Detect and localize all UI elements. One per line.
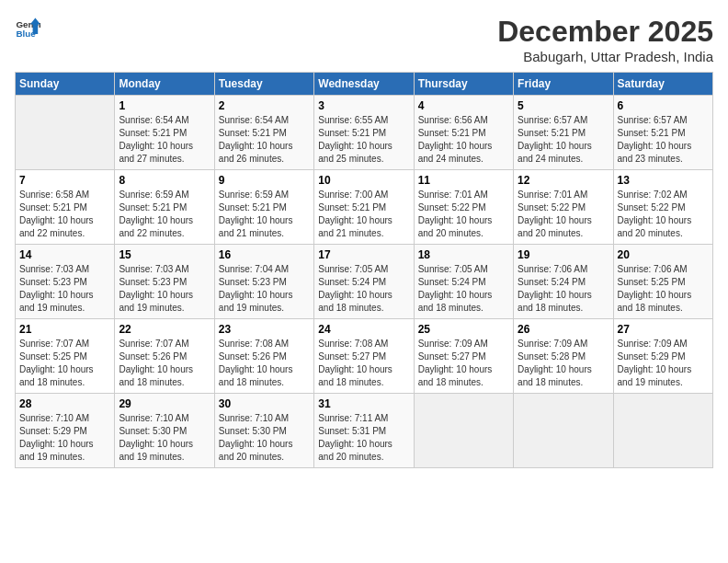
day-info: Sunrise: 7:09 AM Sunset: 5:29 PM Dayligh… [618,338,709,389]
day-info: Sunrise: 6:55 AM Sunset: 5:21 PM Dayligh… [318,114,409,166]
day-info: Sunrise: 7:02 AM Sunset: 5:22 PM Dayligh… [618,189,709,240]
day-info: Sunrise: 7:04 AM Sunset: 5:23 PM Dayligh… [219,263,310,315]
calendar-cell: 4Sunrise: 6:56 AM Sunset: 5:21 PM Daylig… [414,96,513,170]
calendar-cell: 14Sunrise: 7:03 AM Sunset: 5:23 PM Dayli… [16,245,115,319]
calendar-week-row: 1Sunrise: 6:54 AM Sunset: 5:21 PM Daylig… [16,96,713,170]
day-number: 7 [19,174,110,187]
day-number: 11 [418,174,509,187]
subtitle: Babugarh, Uttar Pradesh, India [497,49,713,64]
weekday-header-monday: Monday [115,73,214,96]
weekday-header-friday: Friday [514,73,613,96]
calendar-cell: 8Sunrise: 6:59 AM Sunset: 5:21 PM Daylig… [115,170,214,245]
day-number: 23 [219,323,310,336]
day-number: 27 [618,323,709,336]
weekday-header-wednesday: Wednesday [314,73,414,96]
calendar-cell: 29Sunrise: 7:10 AM Sunset: 5:30 PM Dayli… [115,394,214,468]
day-info: Sunrise: 7:05 AM Sunset: 5:24 PM Dayligh… [418,263,509,315]
calendar-cell: 26Sunrise: 7:09 AM Sunset: 5:28 PM Dayli… [514,319,613,394]
day-number: 2 [219,99,310,112]
day-number: 25 [418,323,509,336]
day-number: 6 [618,99,709,112]
day-number: 10 [318,174,409,187]
calendar-cell: 6Sunrise: 6:57 AM Sunset: 5:21 PM Daylig… [613,96,712,170]
page-header: General Blue December 2025 Babugarh, Utt… [15,15,713,64]
day-info: Sunrise: 7:03 AM Sunset: 5:23 PM Dayligh… [119,263,210,315]
calendar-cell: 12Sunrise: 7:01 AM Sunset: 5:22 PM Dayli… [514,170,613,245]
calendar-cell: 31Sunrise: 7:11 AM Sunset: 5:31 PM Dayli… [314,394,414,468]
calendar-cell: 23Sunrise: 7:08 AM Sunset: 5:26 PM Dayli… [214,319,313,394]
day-number: 1 [119,99,210,112]
calendar-cell [514,394,613,468]
calendar-table: SundayMondayTuesdayWednesdayThursdayFrid… [15,72,713,468]
day-number: 28 [19,397,110,410]
calendar-cell: 9Sunrise: 6:59 AM Sunset: 5:21 PM Daylig… [214,170,313,245]
calendar-cell: 18Sunrise: 7:05 AM Sunset: 5:24 PM Dayli… [414,245,513,319]
calendar-cell: 7Sunrise: 6:58 AM Sunset: 5:21 PM Daylig… [16,170,115,245]
calendar-cell [613,394,712,468]
calendar-cell: 5Sunrise: 6:57 AM Sunset: 5:21 PM Daylig… [514,96,613,170]
calendar-cell: 28Sunrise: 7:10 AM Sunset: 5:29 PM Dayli… [16,394,115,468]
calendar-cell: 17Sunrise: 7:05 AM Sunset: 5:24 PM Dayli… [314,245,414,319]
calendar-week-row: 7Sunrise: 6:58 AM Sunset: 5:21 PM Daylig… [16,170,713,245]
day-info: Sunrise: 7:06 AM Sunset: 5:24 PM Dayligh… [518,263,609,315]
day-number: 22 [119,323,210,336]
day-info: Sunrise: 7:11 AM Sunset: 5:31 PM Dayligh… [318,412,409,464]
calendar-cell: 30Sunrise: 7:10 AM Sunset: 5:30 PM Dayli… [214,394,313,468]
day-number: 18 [418,248,509,261]
day-number: 9 [219,174,310,187]
calendar-cell: 21Sunrise: 7:07 AM Sunset: 5:25 PM Dayli… [16,319,115,394]
main-title: December 2025 [497,15,713,49]
day-number: 29 [119,397,210,410]
calendar-cell: 13Sunrise: 7:02 AM Sunset: 5:22 PM Dayli… [613,170,712,245]
calendar-cell: 16Sunrise: 7:04 AM Sunset: 5:23 PM Dayli… [214,245,313,319]
calendar-cell: 10Sunrise: 7:00 AM Sunset: 5:21 PM Dayli… [314,170,414,245]
day-info: Sunrise: 7:03 AM Sunset: 5:23 PM Dayligh… [19,263,110,315]
title-area: December 2025 Babugarh, Uttar Pradesh, I… [497,15,713,64]
day-number: 31 [318,397,409,410]
calendar-cell: 11Sunrise: 7:01 AM Sunset: 5:22 PM Dayli… [414,170,513,245]
day-number: 4 [418,99,509,112]
day-number: 19 [518,248,609,261]
calendar-cell: 2Sunrise: 6:54 AM Sunset: 5:21 PM Daylig… [214,96,313,170]
day-number: 5 [518,99,609,112]
day-number: 21 [19,323,110,336]
calendar-cell: 15Sunrise: 7:03 AM Sunset: 5:23 PM Dayli… [115,245,214,319]
weekday-header-thursday: Thursday [414,73,513,96]
day-number: 24 [318,323,409,336]
logo-icon: General Blue [15,15,40,40]
weekday-header-saturday: Saturday [613,73,712,96]
calendar-cell: 24Sunrise: 7:08 AM Sunset: 5:27 PM Dayli… [314,319,414,394]
calendar-cell [414,394,513,468]
day-info: Sunrise: 7:05 AM Sunset: 5:24 PM Dayligh… [318,263,409,315]
day-number: 17 [318,248,409,261]
day-info: Sunrise: 6:59 AM Sunset: 5:21 PM Dayligh… [219,189,310,240]
weekday-header-tuesday: Tuesday [214,73,313,96]
day-info: Sunrise: 6:54 AM Sunset: 5:21 PM Dayligh… [119,114,210,166]
day-info: Sunrise: 6:54 AM Sunset: 5:21 PM Dayligh… [219,114,310,166]
day-number: 30 [219,397,310,410]
weekday-header-sunday: Sunday [16,73,115,96]
day-info: Sunrise: 6:57 AM Sunset: 5:21 PM Dayligh… [618,114,709,166]
calendar-week-row: 21Sunrise: 7:07 AM Sunset: 5:25 PM Dayli… [16,319,713,394]
day-info: Sunrise: 7:09 AM Sunset: 5:27 PM Dayligh… [418,338,509,389]
day-info: Sunrise: 7:10 AM Sunset: 5:30 PM Dayligh… [219,412,310,464]
day-info: Sunrise: 7:00 AM Sunset: 5:21 PM Dayligh… [318,189,409,240]
day-number: 14 [19,248,110,261]
calendar-cell [16,96,115,170]
day-number: 3 [318,99,409,112]
day-info: Sunrise: 7:07 AM Sunset: 5:25 PM Dayligh… [19,338,110,389]
calendar-cell: 1Sunrise: 6:54 AM Sunset: 5:21 PM Daylig… [115,96,214,170]
calendar-week-row: 28Sunrise: 7:10 AM Sunset: 5:29 PM Dayli… [16,394,713,468]
day-number: 20 [618,248,709,261]
day-info: Sunrise: 6:58 AM Sunset: 5:21 PM Dayligh… [19,189,110,240]
calendar-cell: 22Sunrise: 7:07 AM Sunset: 5:26 PM Dayli… [115,319,214,394]
day-number: 15 [119,248,210,261]
calendar-cell: 25Sunrise: 7:09 AM Sunset: 5:27 PM Dayli… [414,319,513,394]
weekday-header-row: SundayMondayTuesdayWednesdayThursdayFrid… [16,73,713,96]
calendar-cell: 3Sunrise: 6:55 AM Sunset: 5:21 PM Daylig… [314,96,414,170]
day-info: Sunrise: 7:01 AM Sunset: 5:22 PM Dayligh… [518,189,609,240]
day-info: Sunrise: 7:10 AM Sunset: 5:29 PM Dayligh… [19,412,110,464]
calendar-cell: 20Sunrise: 7:06 AM Sunset: 5:25 PM Dayli… [613,245,712,319]
day-number: 12 [518,174,609,187]
day-info: Sunrise: 7:10 AM Sunset: 5:30 PM Dayligh… [119,412,210,464]
